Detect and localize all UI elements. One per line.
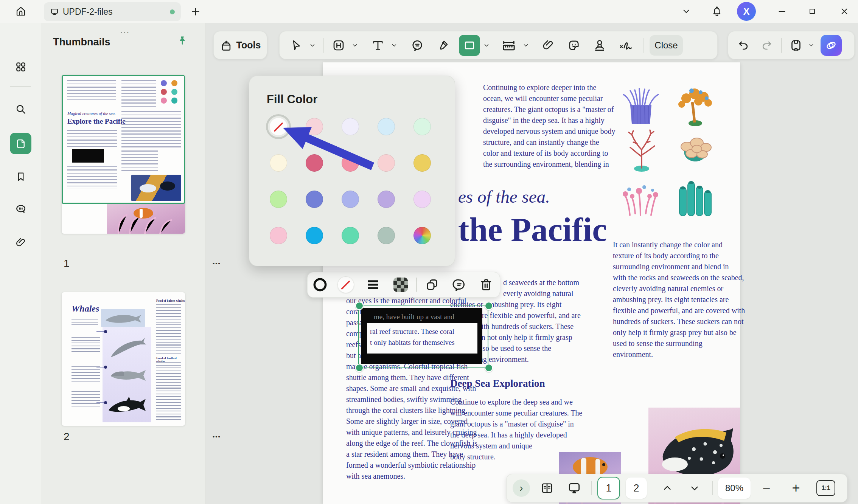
chevron-down-icon: [681, 6, 691, 16]
fill-swatch-azure[interactable]: [306, 227, 323, 244]
line-thickness-button[interactable]: [359, 272, 387, 297]
paragraph-top-right: Continuing to explore deeper into theoce…: [483, 82, 615, 170]
redo-button[interactable]: [757, 36, 777, 55]
opacity-button[interactable]: [387, 272, 414, 297]
redaction-rectangle[interactable]: me, have built up a vast and ral reef st…: [361, 308, 482, 364]
fill-swatch-cream[interactable]: [270, 154, 287, 172]
fill-color-button[interactable]: [332, 272, 359, 297]
add-comment-button[interactable]: [446, 272, 473, 297]
main-toolbar: Close: [279, 31, 718, 59]
save-dropdown[interactable]: [805, 36, 817, 55]
select-tool-dropdown[interactable]: [306, 36, 319, 55]
close-tool-button[interactable]: Close: [650, 35, 683, 56]
previous-page-button[interactable]: [655, 478, 679, 498]
signature-tool[interactable]: [616, 36, 637, 55]
ai-assistant-button[interactable]: [821, 35, 842, 56]
thumb2-more-button[interactable]: •••: [207, 430, 226, 443]
sidebar-item-search[interactable]: [10, 99, 31, 120]
next-page-button[interactable]: [682, 478, 707, 498]
fill-swatch-sage[interactable]: [378, 227, 395, 244]
undo-button[interactable]: [734, 36, 753, 55]
sidebar-item-bookmarks[interactable]: [10, 166, 31, 187]
zoom-level-display[interactable]: 80%: [718, 478, 751, 499]
thumbnail-page-1[interactable]: Magical creatures of the sea. Explore th…: [62, 75, 185, 234]
fill-swatch-lavender-purple[interactable]: [378, 191, 395, 208]
page-button-1-active[interactable]: 1: [597, 477, 620, 499]
fill-swatch-yellow[interactable]: [413, 154, 431, 172]
pin-icon: [177, 35, 188, 46]
pen-tool[interactable]: [433, 36, 453, 55]
zoom-in-button[interactable]: +: [785, 478, 807, 498]
page-layout-button[interactable]: [535, 478, 559, 498]
fill-swatch-pale-lavender[interactable]: [342, 118, 359, 135]
expand-bar-button[interactable]: ›: [513, 479, 530, 497]
fill-swatch-orchid[interactable]: [413, 191, 431, 208]
duplicate-button[interactable]: [418, 272, 446, 297]
sticker-icon: [567, 39, 581, 52]
sidebar-item-swatches[interactable]: [10, 501, 31, 504]
save-button[interactable]: [786, 36, 805, 55]
account-avatar[interactable]: X: [737, 2, 756, 21]
attach-tool[interactable]: [538, 36, 558, 55]
comment-tool[interactable]: [407, 36, 427, 55]
measure-tool-dropdown[interactable]: [519, 36, 532, 55]
text-tool[interactable]: [368, 36, 388, 55]
thumbnail-page-2[interactable]: Whales: [62, 292, 185, 426]
fill-swatch-light-green[interactable]: [270, 191, 287, 208]
delete-button[interactable]: [473, 272, 500, 297]
fill-swatch-mint[interactable]: [342, 227, 359, 244]
fill-swatch-rose[interactable]: [306, 154, 323, 172]
doc-text-line: developed nervous system and unique body: [483, 126, 615, 137]
selection-edge-bottom: [358, 367, 488, 368]
fill-swatch-pale-pink[interactable]: [306, 118, 323, 135]
selection-handle-bottom-right[interactable]: [485, 364, 493, 372]
stamp-tool[interactable]: [590, 36, 609, 55]
window-menu-button[interactable]: [678, 4, 695, 19]
selection-handle-top-left[interactable]: [355, 302, 364, 310]
select-tool[interactable]: [286, 36, 306, 55]
fill-swatch-indigo[interactable]: [306, 191, 323, 208]
shape-tool-active[interactable]: [459, 35, 480, 56]
ai-icon: [824, 39, 838, 52]
zoom-out-button[interactable]: −: [755, 478, 778, 498]
edit-tool-dropdown[interactable]: [348, 36, 361, 55]
close-window-button[interactable]: [836, 4, 853, 19]
fill-swatch-periwinkle[interactable]: [342, 191, 359, 208]
doc-text-line: t only habitats for themselves: [370, 337, 455, 348]
search-icon: [15, 103, 27, 115]
text-tool-dropdown[interactable]: [388, 36, 401, 55]
edit-tool[interactable]: [329, 36, 348, 55]
fill-swatch-rainbow[interactable]: [413, 227, 431, 244]
fill-swatch-pink[interactable]: [342, 154, 359, 172]
thumb1-more-button[interactable]: •••: [207, 257, 226, 270]
pin-panel-button[interactable]: [174, 32, 191, 49]
fill-swatch-pale-green[interactable]: [413, 118, 431, 135]
sidebar-item-attachments[interactable]: [10, 232, 31, 253]
document-tab[interactable]: UPDF-2-files: [44, 2, 181, 21]
selection-handle-top-right[interactable]: [485, 302, 493, 310]
tools-button[interactable]: Tools: [213, 31, 267, 59]
shape-tool-dropdown[interactable]: [480, 36, 493, 55]
new-tab-button[interactable]: [188, 5, 203, 19]
actual-size-button[interactable]: 1:1: [816, 480, 835, 496]
fill-swatch-pale-blue[interactable]: [378, 118, 395, 135]
notifications-button[interactable]: [709, 3, 725, 20]
sidebar-item-overview[interactable]: [10, 56, 31, 78]
fill-swatch-light-pink[interactable]: [378, 154, 395, 172]
presentation-button[interactable]: [563, 478, 586, 498]
sidebar-item-thumbnails-active[interactable]: [10, 133, 31, 154]
minimize-button[interactable]: [774, 4, 790, 19]
selection-handle-bottom-left[interactable]: [355, 364, 364, 372]
fill-swatch-none[interactable]: [270, 118, 287, 135]
page-button-2[interactable]: 2: [626, 478, 647, 499]
panel-resize-handle[interactable]: ⋯: [114, 26, 137, 38]
maximize-button[interactable]: [804, 4, 821, 19]
toolbar-divider: [644, 38, 644, 53]
home-button[interactable]: [10, 1, 31, 22]
fill-swatch-rose-pink[interactable]: [270, 227, 287, 244]
sidebar-item-comments[interactable]: [10, 198, 31, 220]
measure-tool[interactable]: [498, 36, 519, 55]
stroke-color-button[interactable]: [308, 272, 332, 297]
sticker-tool[interactable]: [564, 36, 584, 55]
chat-bubble-icon: [15, 203, 27, 215]
